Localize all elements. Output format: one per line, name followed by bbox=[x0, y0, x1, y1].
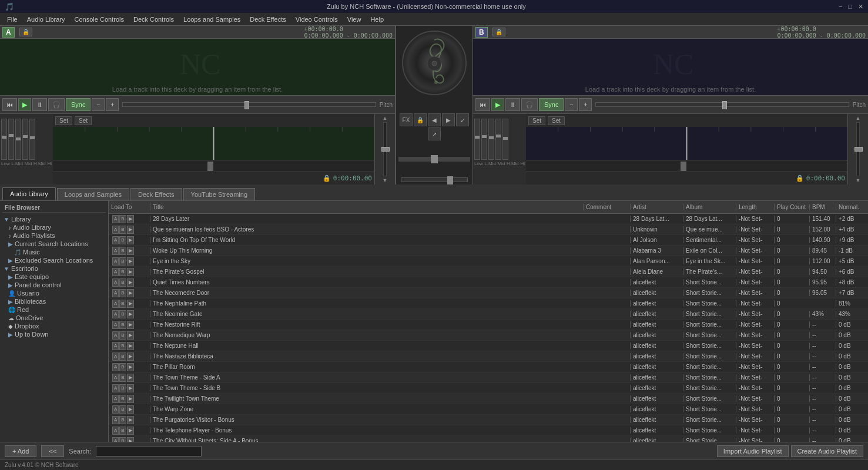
search-input[interactable] bbox=[96, 446, 202, 456]
table-row[interactable]: A B ▶ The Necomedre Door aliceffekt Shor… bbox=[109, 288, 868, 298]
tree-item-search-locations[interactable]: ▶ Current Search Locations bbox=[2, 240, 106, 248]
load-b-button[interactable]: B bbox=[119, 374, 126, 382]
table-row[interactable]: A B ▶ The Town Theme - Side B aliceffekt… bbox=[109, 383, 868, 394]
load-a-button[interactable]: A bbox=[112, 268, 119, 276]
deck-b-eq-fader-1[interactable] bbox=[474, 119, 480, 160]
load-a-button[interactable]: A bbox=[112, 363, 119, 371]
deck-b-eq-fader-2[interactable] bbox=[481, 119, 487, 160]
load-b-button[interactable]: B bbox=[119, 342, 126, 350]
load-a-button[interactable]: A bbox=[112, 300, 119, 308]
load-cue-button[interactable]: ▶ bbox=[127, 215, 134, 223]
deck-b-eq-fader-5[interactable] bbox=[502, 119, 508, 160]
table-row[interactable]: A B ▶ Eye in the Sky Alan Parson... Eye … bbox=[109, 256, 868, 267]
deck-b-scroll-handle[interactable] bbox=[681, 162, 686, 171]
load-a-button[interactable]: A bbox=[112, 395, 119, 403]
tree-item-usuario[interactable]: 👤 Usuario bbox=[2, 289, 106, 297]
tree-item-audio-playlists[interactable]: ♪ Audio Playlists bbox=[2, 231, 106, 240]
deck-a-lock-icon[interactable]: 🔒 bbox=[19, 28, 32, 36]
load-b-button[interactable]: B bbox=[119, 247, 126, 255]
load-cue-button[interactable]: ▶ bbox=[127, 427, 134, 435]
deck-b-sync-button[interactable]: Sync bbox=[539, 98, 564, 111]
tree-item-music[interactable]: 🎵 Music bbox=[2, 248, 106, 256]
col-header-playcount[interactable]: Play Count bbox=[774, 204, 809, 210]
load-a-button[interactable]: A bbox=[112, 352, 119, 361]
tree-item-este-equipo[interactable]: ▶ Este equipo bbox=[2, 273, 106, 281]
deck-a-set-b-button[interactable]: Set bbox=[75, 116, 92, 125]
load-a-button[interactable]: A bbox=[112, 342, 119, 350]
load-cue-button[interactable]: ▶ bbox=[127, 342, 134, 350]
load-b-button[interactable]: B bbox=[119, 352, 126, 361]
deck-b-minus-button[interactable]: − bbox=[565, 98, 578, 111]
deck-a-pitch-handle[interactable] bbox=[244, 101, 249, 109]
table-row[interactable]: A B ▶ The Telephone Player - Bonus alice… bbox=[109, 425, 868, 436]
load-a-button[interactable]: A bbox=[112, 247, 119, 255]
col-header-artist[interactable]: Artist bbox=[630, 204, 683, 210]
load-a-button[interactable]: A bbox=[112, 384, 119, 392]
deck-b-scrollbar[interactable] bbox=[526, 160, 847, 172]
nav-button[interactable]: << bbox=[41, 445, 64, 457]
deck-a-eq-fader-3[interactable] bbox=[15, 119, 21, 160]
load-cue-button[interactable]: ▶ bbox=[127, 331, 134, 340]
tree-item-escritorio[interactable]: ▼ Escritorio bbox=[2, 264, 106, 273]
load-a-button[interactable]: A bbox=[112, 310, 119, 318]
load-cue-button[interactable]: ▶ bbox=[127, 395, 134, 403]
deck-b-volume-handle[interactable] bbox=[854, 147, 863, 152]
deck-a-set-a-button[interactable]: Set bbox=[55, 116, 72, 125]
deck-a-eq-fader-1[interactable] bbox=[1, 119, 7, 160]
load-cue-button[interactable]: ▶ bbox=[127, 310, 134, 318]
load-cue-button[interactable]: ▶ bbox=[127, 416, 134, 424]
load-cue-button[interactable]: ▶ bbox=[127, 226, 134, 234]
deck-b-plus-button[interactable]: + bbox=[579, 98, 592, 111]
center-volume-handle[interactable] bbox=[447, 176, 453, 184]
load-b-button[interactable]: B bbox=[119, 427, 126, 435]
load-a-button[interactable]: A bbox=[112, 236, 119, 244]
deck-b-set-a-button[interactable]: Set bbox=[528, 116, 545, 125]
load-a-button[interactable]: A bbox=[112, 427, 119, 435]
create-playlist-button[interactable]: Create Audio Playlist bbox=[791, 445, 864, 457]
deck-a-scrollbar[interactable] bbox=[53, 160, 374, 172]
load-b-button[interactable]: B bbox=[119, 278, 126, 287]
maximize-button[interactable]: □ bbox=[848, 3, 852, 11]
col-header-bpm[interactable]: BPM bbox=[809, 204, 836, 210]
deck-a-pause-button[interactable]: ⏸ bbox=[32, 98, 47, 111]
tree-item-onedrive[interactable]: ☁ OneDrive bbox=[2, 314, 106, 322]
load-cue-button[interactable]: ▶ bbox=[127, 352, 134, 361]
table-row[interactable]: A B ▶ The Pirate's Gospel Alela Diane Th… bbox=[109, 267, 868, 277]
load-b-button[interactable]: B bbox=[119, 226, 126, 234]
load-b-button[interactable]: B bbox=[119, 300, 126, 308]
tree-item-up-to-down[interactable]: ▶ Up to Down bbox=[2, 330, 106, 338]
minimize-button[interactable]: − bbox=[839, 3, 842, 11]
load-a-button[interactable]: A bbox=[112, 437, 119, 442]
load-b-button[interactable]: B bbox=[119, 405, 126, 414]
deck-b-prev-button[interactable]: ⏮ bbox=[475, 98, 490, 111]
load-a-button[interactable]: A bbox=[112, 215, 119, 223]
tree-item-library[interactable]: ▼ Library bbox=[2, 215, 106, 223]
load-a-button[interactable]: A bbox=[112, 226, 119, 234]
load-b-button[interactable]: B bbox=[119, 363, 126, 371]
table-row[interactable]: A B ▶ The Warp Zone aliceffekt Short Sto… bbox=[109, 404, 868, 415]
menu-file[interactable]: File bbox=[2, 15, 22, 24]
load-cue-button[interactable]: ▶ bbox=[127, 289, 134, 297]
deck-b-lock-icon[interactable]: 🔒 bbox=[492, 28, 505, 36]
deck-b-eq-fader-4[interactable] bbox=[495, 119, 501, 160]
load-b-button[interactable]: B bbox=[119, 268, 126, 276]
deck-b-eq-fader-3[interactable] bbox=[488, 119, 494, 160]
tree-item-excluded[interactable]: ▶ Excluded Search Locations bbox=[2, 256, 106, 264]
table-row[interactable]: A B ▶ The Nemedique Warp aliceffekt Shor… bbox=[109, 330, 868, 341]
tab-youtube-streaming[interactable]: YouTube Streaming bbox=[183, 188, 255, 200]
deck-b-volume-track[interactable] bbox=[856, 122, 860, 176]
table-row[interactable]: A B ▶ Woke Up This Morning Alabama 3 Exi… bbox=[109, 246, 868, 256]
load-b-button[interactable]: B bbox=[119, 310, 126, 318]
table-row[interactable]: A B ▶ The Nestorine Rift aliceffekt Shor… bbox=[109, 320, 868, 330]
deck-b-headphones-button[interactable]: 🎧 bbox=[521, 98, 538, 111]
load-b-button[interactable]: B bbox=[119, 321, 126, 329]
load-cue-button[interactable]: ▶ bbox=[127, 384, 134, 392]
deck-a-scroll-handle[interactable] bbox=[207, 162, 213, 171]
deck-a-prev-button[interactable]: ⏮ bbox=[2, 98, 17, 111]
load-a-button[interactable]: A bbox=[112, 289, 119, 297]
table-row[interactable]: A B ▶ The Town Theme - Side A aliceffekt… bbox=[109, 372, 868, 383]
load-a-button[interactable]: A bbox=[112, 405, 119, 414]
menu-deck-effects[interactable]: Deck Effects bbox=[245, 15, 291, 24]
col-header-title[interactable]: Title bbox=[150, 204, 583, 210]
load-b-button[interactable]: B bbox=[119, 215, 126, 223]
